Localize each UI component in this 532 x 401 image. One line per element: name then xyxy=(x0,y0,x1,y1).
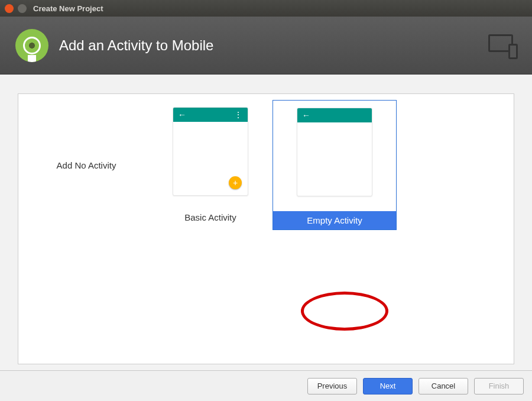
back-arrow-icon: ← xyxy=(302,111,310,120)
android-studio-logo-icon xyxy=(15,29,48,62)
next-button[interactable]: Next xyxy=(363,378,413,394)
tile-label: Basic Activity xyxy=(184,212,236,222)
tile-label-selected: Empty Activity xyxy=(273,211,396,229)
back-arrow-icon: ← xyxy=(178,110,186,119)
wizard-footer: Previous Next Cancel Finish xyxy=(0,370,532,401)
window-title: Create New Project xyxy=(33,4,103,13)
mobile-device-icon xyxy=(488,34,517,57)
tile-basic-activity[interactable]: ← ⋮ + Basic Activity xyxy=(148,100,273,230)
empty-activity-thumbnail: ← xyxy=(297,108,372,196)
activity-template-grid: Add No Activity ← ⋮ + Basic Activity xyxy=(18,93,514,364)
basic-activity-thumbnail: ← ⋮ + xyxy=(173,107,248,196)
previous-button[interactable]: Previous xyxy=(307,378,357,394)
content-area: Add No Activity ← ⋮ + Basic Activity xyxy=(0,75,532,370)
fab-plus-icon: + xyxy=(229,176,242,189)
tile-empty-activity[interactable]: ← Empty Activity xyxy=(273,100,397,230)
window-close-button[interactable] xyxy=(5,4,14,13)
window-minimize-button[interactable] xyxy=(18,4,27,13)
tile-label: Add No Activity xyxy=(57,160,116,170)
page-title: Add an Activity to Mobile xyxy=(59,37,213,54)
wizard-header: Add an Activity to Mobile xyxy=(0,17,532,75)
cancel-button[interactable]: Cancel xyxy=(419,378,468,394)
overflow-menu-icon: ⋮ xyxy=(234,110,243,119)
tile-add-no-activity[interactable]: Add No Activity xyxy=(24,100,148,230)
finish-button: Finish xyxy=(474,378,524,394)
window-titlebar: Create New Project xyxy=(0,0,532,17)
